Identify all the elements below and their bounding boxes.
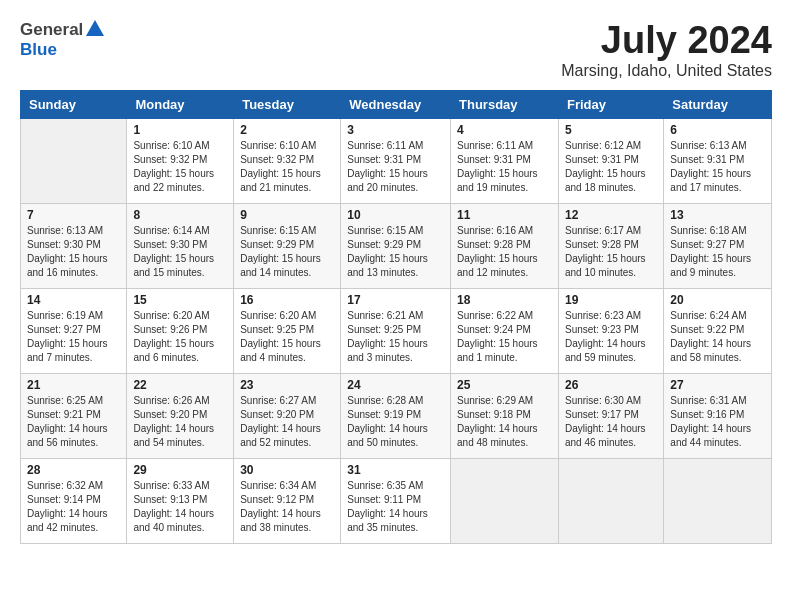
table-row: 28Sunrise: 6:32 AMSunset: 9:14 PMDayligh… <box>21 458 127 543</box>
day-info: Sunrise: 6:26 AMSunset: 9:20 PMDaylight:… <box>133 394 227 450</box>
table-row: 15Sunrise: 6:20 AMSunset: 9:26 PMDayligh… <box>127 288 234 373</box>
day-info: Sunrise: 6:28 AMSunset: 9:19 PMDaylight:… <box>347 394 444 450</box>
day-info: Sunrise: 6:31 AMSunset: 9:16 PMDaylight:… <box>670 394 765 450</box>
day-info: Sunrise: 6:30 AMSunset: 9:17 PMDaylight:… <box>565 394 657 450</box>
day-info: Sunrise: 6:17 AMSunset: 9:28 PMDaylight:… <box>565 224 657 280</box>
day-info: Sunrise: 6:29 AMSunset: 9:18 PMDaylight:… <box>457 394 552 450</box>
table-row: 24Sunrise: 6:28 AMSunset: 9:19 PMDayligh… <box>341 373 451 458</box>
table-row: 6Sunrise: 6:13 AMSunset: 9:31 PMDaylight… <box>664 118 772 203</box>
day-number: 20 <box>670 293 765 307</box>
day-number: 9 <box>240 208 334 222</box>
day-number: 12 <box>565 208 657 222</box>
day-number: 8 <box>133 208 227 222</box>
header-monday: Monday <box>127 90 234 118</box>
logo: General Blue <box>20 20 104 60</box>
day-info: Sunrise: 6:13 AMSunset: 9:31 PMDaylight:… <box>670 139 765 195</box>
day-number: 3 <box>347 123 444 137</box>
table-row: 17Sunrise: 6:21 AMSunset: 9:25 PMDayligh… <box>341 288 451 373</box>
day-number: 7 <box>27 208 120 222</box>
day-number: 24 <box>347 378 444 392</box>
day-info: Sunrise: 6:22 AMSunset: 9:24 PMDaylight:… <box>457 309 552 365</box>
day-number: 27 <box>670 378 765 392</box>
table-row <box>558 458 663 543</box>
day-number: 4 <box>457 123 552 137</box>
day-info: Sunrise: 6:35 AMSunset: 9:11 PMDaylight:… <box>347 479 444 535</box>
logo-general: General <box>20 20 83 40</box>
day-info: Sunrise: 6:27 AMSunset: 9:20 PMDaylight:… <box>240 394 334 450</box>
table-row: 11Sunrise: 6:16 AMSunset: 9:28 PMDayligh… <box>451 203 559 288</box>
day-number: 1 <box>133 123 227 137</box>
header-thursday: Thursday <box>451 90 559 118</box>
day-info: Sunrise: 6:20 AMSunset: 9:25 PMDaylight:… <box>240 309 334 365</box>
day-number: 16 <box>240 293 334 307</box>
table-row: 5Sunrise: 6:12 AMSunset: 9:31 PMDaylight… <box>558 118 663 203</box>
day-info: Sunrise: 6:16 AMSunset: 9:28 PMDaylight:… <box>457 224 552 280</box>
calendar-week-row: 21Sunrise: 6:25 AMSunset: 9:21 PMDayligh… <box>21 373 772 458</box>
day-number: 28 <box>27 463 120 477</box>
table-row <box>664 458 772 543</box>
day-number: 21 <box>27 378 120 392</box>
table-row: 31Sunrise: 6:35 AMSunset: 9:11 PMDayligh… <box>341 458 451 543</box>
table-row: 30Sunrise: 6:34 AMSunset: 9:12 PMDayligh… <box>234 458 341 543</box>
day-number: 18 <box>457 293 552 307</box>
day-info: Sunrise: 6:19 AMSunset: 9:27 PMDaylight:… <box>27 309 120 365</box>
header: General Blue July 2024 Marsing, Idaho, U… <box>20 20 772 80</box>
table-row: 27Sunrise: 6:31 AMSunset: 9:16 PMDayligh… <box>664 373 772 458</box>
table-row: 8Sunrise: 6:14 AMSunset: 9:30 PMDaylight… <box>127 203 234 288</box>
table-row: 21Sunrise: 6:25 AMSunset: 9:21 PMDayligh… <box>21 373 127 458</box>
table-row <box>451 458 559 543</box>
table-row: 10Sunrise: 6:15 AMSunset: 9:29 PMDayligh… <box>341 203 451 288</box>
day-info: Sunrise: 6:32 AMSunset: 9:14 PMDaylight:… <box>27 479 120 535</box>
header-friday: Friday <box>558 90 663 118</box>
header-wednesday: Wednesday <box>341 90 451 118</box>
header-saturday: Saturday <box>664 90 772 118</box>
day-number: 22 <box>133 378 227 392</box>
day-number: 17 <box>347 293 444 307</box>
day-number: 31 <box>347 463 444 477</box>
day-number: 19 <box>565 293 657 307</box>
table-row: 19Sunrise: 6:23 AMSunset: 9:23 PMDayligh… <box>558 288 663 373</box>
day-number: 5 <box>565 123 657 137</box>
day-number: 2 <box>240 123 334 137</box>
header-sunday: Sunday <box>21 90 127 118</box>
day-info: Sunrise: 6:25 AMSunset: 9:21 PMDaylight:… <box>27 394 120 450</box>
table-row: 1Sunrise: 6:10 AMSunset: 9:32 PMDaylight… <box>127 118 234 203</box>
day-info: Sunrise: 6:24 AMSunset: 9:22 PMDaylight:… <box>670 309 765 365</box>
day-number: 15 <box>133 293 227 307</box>
day-info: Sunrise: 6:13 AMSunset: 9:30 PMDaylight:… <box>27 224 120 280</box>
table-row: 23Sunrise: 6:27 AMSunset: 9:20 PMDayligh… <box>234 373 341 458</box>
day-info: Sunrise: 6:14 AMSunset: 9:30 PMDaylight:… <box>133 224 227 280</box>
location-subtitle: Marsing, Idaho, United States <box>561 62 772 80</box>
day-info: Sunrise: 6:12 AMSunset: 9:31 PMDaylight:… <box>565 139 657 195</box>
month-year-title: July 2024 <box>561 20 772 62</box>
day-number: 30 <box>240 463 334 477</box>
logo-triangle-icon <box>86 20 104 36</box>
table-row: 7Sunrise: 6:13 AMSunset: 9:30 PMDaylight… <box>21 203 127 288</box>
weekday-header-row: Sunday Monday Tuesday Wednesday Thursday… <box>21 90 772 118</box>
day-info: Sunrise: 6:33 AMSunset: 9:13 PMDaylight:… <box>133 479 227 535</box>
day-info: Sunrise: 6:11 AMSunset: 9:31 PMDaylight:… <box>457 139 552 195</box>
calendar-week-row: 7Sunrise: 6:13 AMSunset: 9:30 PMDaylight… <box>21 203 772 288</box>
table-row: 29Sunrise: 6:33 AMSunset: 9:13 PMDayligh… <box>127 458 234 543</box>
day-number: 6 <box>670 123 765 137</box>
header-tuesday: Tuesday <box>234 90 341 118</box>
table-row: 13Sunrise: 6:18 AMSunset: 9:27 PMDayligh… <box>664 203 772 288</box>
day-number: 25 <box>457 378 552 392</box>
table-row: 22Sunrise: 6:26 AMSunset: 9:20 PMDayligh… <box>127 373 234 458</box>
table-row: 12Sunrise: 6:17 AMSunset: 9:28 PMDayligh… <box>558 203 663 288</box>
table-row: 2Sunrise: 6:10 AMSunset: 9:32 PMDaylight… <box>234 118 341 203</box>
table-row: 3Sunrise: 6:11 AMSunset: 9:31 PMDaylight… <box>341 118 451 203</box>
title-area: July 2024 Marsing, Idaho, United States <box>561 20 772 80</box>
day-info: Sunrise: 6:23 AMSunset: 9:23 PMDaylight:… <box>565 309 657 365</box>
calendar-table: Sunday Monday Tuesday Wednesday Thursday… <box>20 90 772 544</box>
table-row <box>21 118 127 203</box>
day-number: 13 <box>670 208 765 222</box>
logo-blue: Blue <box>20 40 57 59</box>
day-number: 23 <box>240 378 334 392</box>
day-info: Sunrise: 6:10 AMSunset: 9:32 PMDaylight:… <box>240 139 334 195</box>
calendar-week-row: 28Sunrise: 6:32 AMSunset: 9:14 PMDayligh… <box>21 458 772 543</box>
day-number: 26 <box>565 378 657 392</box>
day-info: Sunrise: 6:15 AMSunset: 9:29 PMDaylight:… <box>240 224 334 280</box>
table-row: 4Sunrise: 6:11 AMSunset: 9:31 PMDaylight… <box>451 118 559 203</box>
table-row: 16Sunrise: 6:20 AMSunset: 9:25 PMDayligh… <box>234 288 341 373</box>
